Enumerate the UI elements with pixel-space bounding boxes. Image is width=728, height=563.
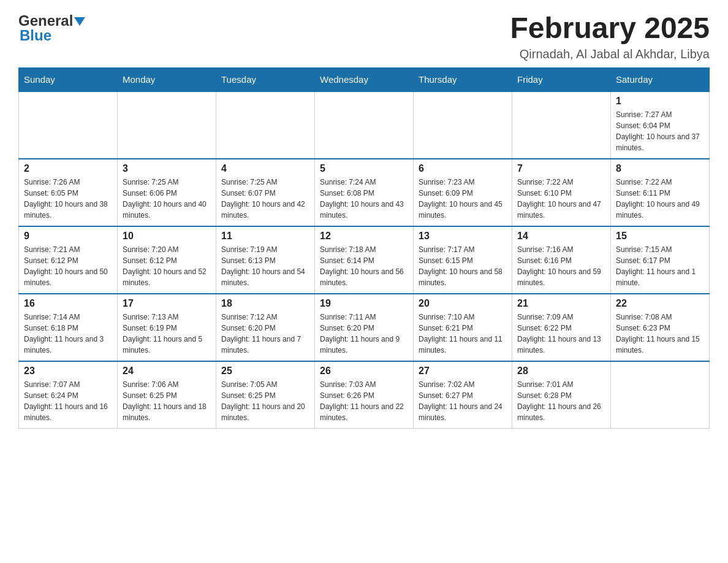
day-number: 10 [123,231,211,242]
day-info: Sunrise: 7:03 AM Sunset: 6:26 PM Dayligh… [320,379,408,423]
calendar-day-cell: 23Sunrise: 7:07 AM Sunset: 6:24 PM Dayli… [19,361,118,429]
calendar-day-cell: 3Sunrise: 7:25 AM Sunset: 6:06 PM Daylig… [118,159,216,226]
calendar-day-cell [118,91,216,159]
calendar-day-cell: 5Sunrise: 7:24 AM Sunset: 6:08 PM Daylig… [315,159,414,226]
day-info: Sunrise: 7:16 AM Sunset: 6:16 PM Dayligh… [517,244,605,288]
logo: General Blue [18,12,85,44]
day-of-week-header: Monday [118,67,216,91]
day-info: Sunrise: 7:11 AM Sunset: 6:20 PM Dayligh… [320,312,408,356]
day-number: 1 [616,96,704,107]
day-of-week-header: Saturday [611,67,710,91]
day-number: 13 [419,231,507,242]
day-number: 24 [123,366,211,377]
day-info: Sunrise: 7:09 AM Sunset: 6:22 PM Dayligh… [517,312,605,356]
calendar-day-cell: 15Sunrise: 7:15 AM Sunset: 6:17 PM Dayli… [611,226,710,294]
day-info: Sunrise: 7:24 AM Sunset: 6:08 PM Dayligh… [320,177,408,221]
day-number: 3 [123,163,211,174]
calendar-day-cell [19,91,118,159]
day-info: Sunrise: 7:26 AM Sunset: 6:05 PM Dayligh… [24,177,112,221]
calendar-day-cell: 13Sunrise: 7:17 AM Sunset: 6:15 PM Dayli… [414,226,512,294]
calendar-day-cell: 24Sunrise: 7:06 AM Sunset: 6:25 PM Dayli… [118,361,216,429]
day-info: Sunrise: 7:25 AM Sunset: 6:06 PM Dayligh… [123,177,211,221]
calendar-day-cell: 12Sunrise: 7:18 AM Sunset: 6:14 PM Dayli… [315,226,414,294]
day-of-week-header: Sunday [19,67,118,91]
day-number: 6 [419,163,507,174]
day-number: 22 [616,298,704,309]
calendar-day-cell [216,91,315,159]
day-info: Sunrise: 7:25 AM Sunset: 6:07 PM Dayligh… [221,177,309,221]
day-number: 14 [517,231,605,242]
day-info: Sunrise: 7:08 AM Sunset: 6:23 PM Dayligh… [616,312,704,356]
day-info: Sunrise: 7:20 AM Sunset: 6:12 PM Dayligh… [123,244,211,288]
title-section: February 2025 Qirnadah, Al Jabal al Akhd… [510,12,710,61]
location-subtitle: Qirnadah, Al Jabal al Akhdar, Libya [510,47,710,61]
calendar-day-cell: 6Sunrise: 7:23 AM Sunset: 6:09 PM Daylig… [414,159,512,226]
month-year-title: February 2025 [510,12,710,45]
day-number: 20 [419,298,507,309]
logo-blue-text: Blue [20,27,85,44]
calendar-day-cell [611,361,710,429]
day-of-week-header: Tuesday [216,67,315,91]
day-number: 9 [24,231,112,242]
day-info: Sunrise: 7:15 AM Sunset: 6:17 PM Dayligh… [616,244,704,288]
day-number: 5 [320,163,408,174]
day-info: Sunrise: 7:14 AM Sunset: 6:18 PM Dayligh… [24,312,112,356]
calendar-day-cell: 14Sunrise: 7:16 AM Sunset: 6:16 PM Dayli… [512,226,611,294]
day-info: Sunrise: 7:17 AM Sunset: 6:15 PM Dayligh… [419,244,507,288]
calendar-day-cell: 28Sunrise: 7:01 AM Sunset: 6:28 PM Dayli… [512,361,611,429]
calendar-day-cell: 18Sunrise: 7:12 AM Sunset: 6:20 PM Dayli… [216,294,315,361]
calendar-day-cell: 26Sunrise: 7:03 AM Sunset: 6:26 PM Dayli… [315,361,414,429]
calendar-day-cell: 11Sunrise: 7:19 AM Sunset: 6:13 PM Dayli… [216,226,315,294]
day-info: Sunrise: 7:22 AM Sunset: 6:10 PM Dayligh… [517,177,605,221]
day-number: 17 [123,298,211,309]
day-info: Sunrise: 7:23 AM Sunset: 6:09 PM Dayligh… [419,177,507,221]
day-number: 18 [221,298,309,309]
calendar-week-row: 16Sunrise: 7:14 AM Sunset: 6:18 PM Dayli… [19,294,710,361]
day-info: Sunrise: 7:18 AM Sunset: 6:14 PM Dayligh… [320,244,408,288]
calendar-week-row: 23Sunrise: 7:07 AM Sunset: 6:24 PM Dayli… [19,361,710,429]
calendar-header-row: SundayMondayTuesdayWednesdayThursdayFrid… [19,67,710,91]
calendar-day-cell: 20Sunrise: 7:10 AM Sunset: 6:21 PM Dayli… [414,294,512,361]
calendar-day-cell [512,91,611,159]
day-number: 2 [24,163,112,174]
day-number: 26 [320,366,408,377]
day-info: Sunrise: 7:27 AM Sunset: 6:04 PM Dayligh… [616,109,704,153]
calendar-day-cell: 22Sunrise: 7:08 AM Sunset: 6:23 PM Dayli… [611,294,710,361]
day-of-week-header: Friday [512,67,611,91]
day-number: 23 [24,366,112,377]
page-header: General Blue February 2025 Qirnadah, Al … [18,12,710,61]
calendar-day-cell: 8Sunrise: 7:22 AM Sunset: 6:11 PM Daylig… [611,159,710,226]
calendar-day-cell: 27Sunrise: 7:02 AM Sunset: 6:27 PM Dayli… [414,361,512,429]
calendar-day-cell: 1Sunrise: 7:27 AM Sunset: 6:04 PM Daylig… [611,91,710,159]
calendar-day-cell: 21Sunrise: 7:09 AM Sunset: 6:22 PM Dayli… [512,294,611,361]
calendar-week-row: 2Sunrise: 7:26 AM Sunset: 6:05 PM Daylig… [19,159,710,226]
day-number: 4 [221,163,309,174]
day-info: Sunrise: 7:10 AM Sunset: 6:21 PM Dayligh… [419,312,507,356]
day-info: Sunrise: 7:12 AM Sunset: 6:20 PM Dayligh… [221,312,309,356]
calendar-table: SundayMondayTuesdayWednesdayThursdayFrid… [18,67,710,429]
day-number: 21 [517,298,605,309]
calendar-week-row: 9Sunrise: 7:21 AM Sunset: 6:12 PM Daylig… [19,226,710,294]
day-info: Sunrise: 7:05 AM Sunset: 6:25 PM Dayligh… [221,379,309,423]
calendar-day-cell: 25Sunrise: 7:05 AM Sunset: 6:25 PM Dayli… [216,361,315,429]
day-info: Sunrise: 7:21 AM Sunset: 6:12 PM Dayligh… [24,244,112,288]
day-info: Sunrise: 7:19 AM Sunset: 6:13 PM Dayligh… [221,244,309,288]
day-info: Sunrise: 7:13 AM Sunset: 6:19 PM Dayligh… [123,312,211,356]
logo-arrow-icon [74,17,85,26]
day-info: Sunrise: 7:07 AM Sunset: 6:24 PM Dayligh… [24,379,112,423]
calendar-week-row: 1Sunrise: 7:27 AM Sunset: 6:04 PM Daylig… [19,91,710,159]
day-of-week-header: Wednesday [315,67,414,91]
day-number: 8 [616,163,704,174]
day-number: 7 [517,163,605,174]
calendar-day-cell: 9Sunrise: 7:21 AM Sunset: 6:12 PM Daylig… [19,226,118,294]
calendar-day-cell [315,91,414,159]
calendar-day-cell: 2Sunrise: 7:26 AM Sunset: 6:05 PM Daylig… [19,159,118,226]
day-number: 12 [320,231,408,242]
calendar-day-cell [414,91,512,159]
day-info: Sunrise: 7:22 AM Sunset: 6:11 PM Dayligh… [616,177,704,221]
calendar-day-cell: 10Sunrise: 7:20 AM Sunset: 6:12 PM Dayli… [118,226,216,294]
day-of-week-header: Thursday [414,67,512,91]
calendar-day-cell: 7Sunrise: 7:22 AM Sunset: 6:10 PM Daylig… [512,159,611,226]
day-number: 25 [221,366,309,377]
day-info: Sunrise: 7:02 AM Sunset: 6:27 PM Dayligh… [419,379,507,423]
